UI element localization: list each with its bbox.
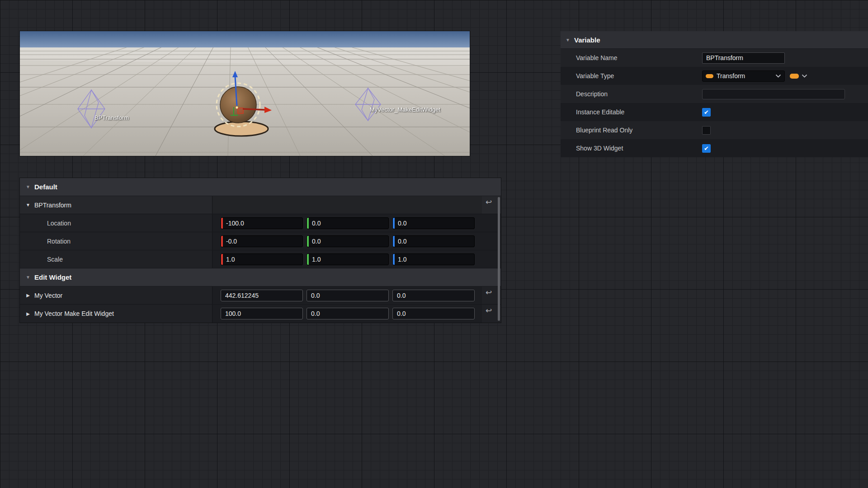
expand-arrow-icon[interactable]: ▶ xyxy=(24,311,32,316)
location-y-input[interactable] xyxy=(309,220,388,227)
scale-y-input[interactable] xyxy=(309,256,388,263)
show-3d-widget-label: Show 3D Widget xyxy=(561,145,702,152)
reset-bptransform-button[interactable]: ↩ xyxy=(482,196,495,208)
container-type-control[interactable] xyxy=(790,74,807,79)
instance-editable-row: Instance Editable ✔ xyxy=(561,103,868,121)
category-label: Edit Widget xyxy=(34,273,71,281)
collapse-arrow-icon[interactable]: ▼ xyxy=(564,38,571,42)
gizmo-origin-dot xyxy=(236,107,238,109)
my-vector-make-edit-widget-label: My Vector Make Edit Widget xyxy=(34,310,114,317)
variable-type-dropdown[interactable]: Transform xyxy=(702,70,785,82)
rotation-y-input[interactable] xyxy=(309,238,388,245)
rotation-z-input[interactable] xyxy=(395,238,474,245)
scale-z-field[interactable] xyxy=(392,253,475,265)
details-panel: ▼ Default ▼ BPTransform ↩ Location xyxy=(20,178,501,323)
location-x-input[interactable] xyxy=(223,220,302,227)
collapse-arrow-icon[interactable]: ▼ xyxy=(24,184,32,189)
viewport-sky xyxy=(20,31,470,47)
details-scrollbar[interactable] xyxy=(498,197,500,321)
instance-editable-label: Instance Editable xyxy=(561,108,702,116)
rotation-z-field[interactable] xyxy=(392,235,475,247)
my-vector-mew-y-input[interactable] xyxy=(307,308,389,319)
instance-editable-checkbox[interactable]: ✔ xyxy=(702,108,711,117)
location-label: Location xyxy=(47,220,71,227)
location-z-field[interactable] xyxy=(392,217,475,229)
single-container-pill-icon xyxy=(790,74,799,79)
rotation-x-field[interactable] xyxy=(221,235,303,247)
show-3d-widget-checkbox[interactable]: ✔ xyxy=(702,144,711,153)
chevron-down-icon xyxy=(802,74,807,78)
rotation-label: Rotation xyxy=(47,238,71,245)
description-input[interactable] xyxy=(702,89,845,99)
bptransform-value-area xyxy=(212,196,482,214)
blueprint-read-only-row: Blueprint Read Only ✔ xyxy=(561,121,868,139)
viewport-scene: BPTransform MyVector_MakeEditWidget xyxy=(20,31,470,156)
my-vector-mew-x-input[interactable] xyxy=(221,308,303,319)
variable-name-label: Variable Name xyxy=(561,54,702,61)
scale-label: Scale xyxy=(47,256,63,263)
variable-type-value: Transform xyxy=(717,72,745,80)
description-label: Description xyxy=(561,90,702,98)
variable-name-row: Variable Name xyxy=(561,49,868,67)
my-vector-x-input[interactable] xyxy=(221,290,303,301)
scale-x-input[interactable] xyxy=(223,256,302,263)
myvector-actor-label: MyVector_MakeEditWidget xyxy=(370,106,440,113)
3d-viewport[interactable]: BPTransform MyVector_MakeEditWidget xyxy=(20,31,470,156)
collapse-arrow-icon[interactable]: ▼ xyxy=(24,202,32,207)
category-label: Default xyxy=(34,183,57,191)
my-vector-y-input[interactable] xyxy=(307,290,389,301)
check-icon: ✔ xyxy=(704,109,709,115)
category-header-edit-widget[interactable]: ▼ Edit Widget xyxy=(20,268,501,286)
scale-z-input[interactable] xyxy=(395,256,474,263)
reset-my-vector-button[interactable]: ↩ xyxy=(482,286,495,298)
my-vector-row: ▶ My Vector ↩ xyxy=(20,286,501,305)
blueprint-read-only-label: Blueprint Read Only xyxy=(561,127,702,134)
rotation-x-input[interactable] xyxy=(223,238,302,245)
my-vector-label: My Vector xyxy=(34,292,62,299)
my-vector-mew-z-input[interactable] xyxy=(392,308,475,319)
variable-type-label: Variable Type xyxy=(561,72,702,80)
sphere-base xyxy=(215,122,268,136)
transform-type-pill-icon xyxy=(706,74,713,78)
variable-panel: ▼ Variable Variable Name Variable Type T… xyxy=(561,31,868,157)
check-icon: ✔ xyxy=(704,145,709,151)
my-vector-make-edit-widget-row: ▶ My Vector Make Edit Widget ↩ xyxy=(20,305,501,323)
show-3d-widget-row: Show 3D Widget ✔ xyxy=(561,139,868,157)
gizmo-plane-handle[interactable] xyxy=(238,108,243,113)
bptransform-actor-label: BPTransform xyxy=(94,114,129,121)
rotation-y-field[interactable] xyxy=(307,235,389,247)
rotation-row: Rotation xyxy=(20,232,501,250)
my-vector-z-input[interactable] xyxy=(392,290,475,301)
scale-y-field[interactable] xyxy=(307,253,389,265)
scale-row: Scale xyxy=(20,250,501,268)
variable-section-title: Variable xyxy=(574,36,600,44)
collapse-arrow-icon[interactable]: ▼ xyxy=(24,275,32,280)
description-row: Description xyxy=(561,85,868,103)
bptransform-row-label: BPTransform xyxy=(34,202,71,209)
expand-arrow-icon[interactable]: ▶ xyxy=(24,293,32,298)
chevron-down-icon xyxy=(775,74,781,78)
location-z-input[interactable] xyxy=(395,220,474,227)
blueprint-read-only-checkbox[interactable]: ✔ xyxy=(702,126,711,135)
reset-my-vector-mew-button[interactable]: ↩ xyxy=(482,305,495,316)
variable-section-header[interactable]: ▼ Variable xyxy=(561,31,868,49)
variable-name-input[interactable] xyxy=(702,52,785,64)
scale-x-field[interactable] xyxy=(221,253,303,265)
category-header-default[interactable]: ▼ Default xyxy=(20,178,501,196)
location-x-field[interactable] xyxy=(221,217,303,229)
location-row: Location xyxy=(20,214,501,232)
variable-type-row: Variable Type Transform xyxy=(561,67,868,85)
location-y-field[interactable] xyxy=(307,217,389,229)
gizmo-x-axis[interactable] xyxy=(243,109,264,110)
sphere-body xyxy=(220,87,256,123)
bptransform-row: ▼ BPTransform ↩ xyxy=(20,196,501,214)
